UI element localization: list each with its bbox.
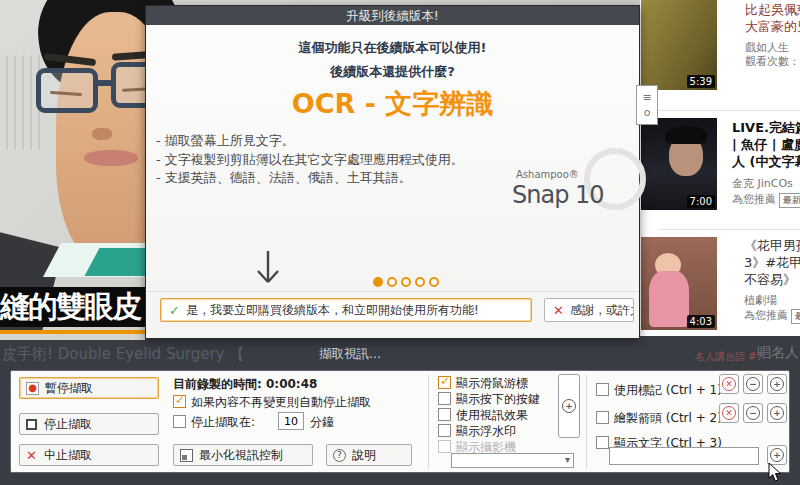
thumbnail-person-dress <box>649 271 689 327</box>
upgrade-dialog: 升級到後續版本! 這個功能只在後續版本可以使用! 後續版本還提供什麼? OCR … <box>145 5 640 338</box>
arrow-label[interactable]: 繪製箭頭 (Ctrl + 2) <box>614 410 722 427</box>
marker-label[interactable]: 使用標記 (Ctrl + 1) <box>614 382 722 399</box>
effects-dropdown[interactable]: ▾ <box>451 453 574 468</box>
dimmed-sidebar-title: 唱名人落台話 <box>757 344 800 362</box>
dot[interactable] <box>387 277 397 287</box>
arrow-checkbox[interactable] <box>596 411 609 424</box>
dimmed-sidebar-text: 名人講台語 #7 <box>695 350 763 364</box>
stopat-checkbox[interactable] <box>173 415 186 428</box>
thumbnail-person-hair <box>665 126 707 144</box>
list-item[interactable]: 5:39 比起吳佩慈的 大富豪的兒媳 戲如人生 觀看次數：232,4 <box>640 0 800 110</box>
dialog-side-tab[interactable]: ≡ o <box>636 85 658 125</box>
minimize-video-button[interactable]: 最小化視訊控制 <box>173 444 313 466</box>
dot[interactable] <box>373 277 383 287</box>
video-channel[interactable]: 戲如人生 <box>745 40 789 55</box>
video-title-line[interactable]: 比起吳佩慈的 <box>745 2 800 18</box>
overlay-text-input[interactable] <box>609 447 759 465</box>
help-label: 說明 <box>352 447 376 464</box>
dialog-title: 升級到後續版本! <box>346 8 439 23</box>
add-effect-button[interactable]: + <box>558 374 580 438</box>
dot[interactable] <box>401 277 411 287</box>
autostop-checkbox[interactable]: ✓ <box>173 395 186 408</box>
video-title-line[interactable]: 人 (中文字幕) <box>732 154 800 170</box>
video-duration: 5:39 <box>687 75 715 88</box>
arrow-remove-button[interactable]: − <box>743 403 763 423</box>
watermark-label[interactable]: 顯示浮水印 <box>456 423 516 440</box>
marker-checkbox[interactable] <box>596 383 609 396</box>
video-title-line[interactable]: 3》#花甲歌 <box>744 255 800 271</box>
video-effects-label[interactable]: 使用視訊效果 <box>456 407 528 424</box>
mouse-cursor <box>768 462 783 483</box>
camera-checkbox <box>438 440 451 453</box>
divider <box>428 375 429 469</box>
feature-title: OCR - 文字辨識 <box>146 86 639 122</box>
recording-time: 目前錄製的時間: 0:00:48 <box>173 376 317 393</box>
minutes-input[interactable] <box>278 412 304 430</box>
video-duration: 7:00 <box>687 195 715 208</box>
video-title-line[interactable]: 不容易》 <box>744 272 796 288</box>
pause-capture-button[interactable]: ● 暫停擷取 <box>19 377 159 399</box>
video-title-line[interactable]: 大富豪的兒媳 <box>745 19 800 35</box>
badge-new: 最新 <box>791 309 800 324</box>
show-keys-checkbox[interactable] <box>438 392 451 405</box>
capture-panel-title: 擷取視訊... <box>0 346 700 363</box>
video-effects-checkbox[interactable] <box>438 408 451 421</box>
video-duration: 4:03 <box>687 315 715 328</box>
video-title-line[interactable]: 《花甲男孩轉 <box>744 238 800 254</box>
person-nose <box>92 128 112 140</box>
text-checkbox[interactable] <box>596 436 609 449</box>
stopat-label[interactable]: 停止擷取在: <box>191 414 255 431</box>
caption-overlay: 縫的雙眼皮 <box>0 287 145 327</box>
glasses-bridge <box>95 80 113 86</box>
help-button[interactable]: ? 說明 <box>326 444 412 466</box>
brand-product: Snap 10 <box>512 181 604 209</box>
carousel-dots[interactable] <box>371 272 441 291</box>
arrow-delete-button[interactable]: ✕ <box>719 403 739 423</box>
video-thumbnail[interactable]: 7:00 <box>641 118 717 210</box>
video-recommended: 為您推薦最新 <box>732 192 800 208</box>
video-title-line[interactable]: LIVE.完結篇後 <box>732 120 800 136</box>
circle-glyph-icon: o <box>644 106 651 119</box>
stop-capture-button[interactable]: 停止擷取 <box>19 413 159 435</box>
video-title-line[interactable]: | 魚仔 | 盧廣仲 <box>732 137 800 153</box>
show-cursor-label[interactable]: 顯示滑鼠游標 <box>456 375 528 392</box>
page-gap <box>0 334 145 340</box>
list-item[interactable]: 7:00 LIVE.完結篇後 | 魚仔 | 盧廣仲 人 (中文字幕) 金克 Ji… <box>640 112 800 228</box>
abort-cross-icon: ✕ <box>26 448 37 463</box>
brand-name: Ashampoo® <box>516 169 579 180</box>
glasses-left-lens <box>36 68 98 113</box>
video-thumbnail[interactable]: 5:39 <box>641 0 717 90</box>
marker-add-button[interactable]: + <box>767 374 787 394</box>
dropdown-arrow-icon: ▾ <box>565 454 570 465</box>
show-cursor-checkbox[interactable]: ✓ <box>438 376 451 389</box>
divider <box>658 229 800 230</box>
cross-icon: ✕ <box>553 303 564 318</box>
plus-circle-icon: + <box>562 399 576 413</box>
video-recommended: 為您推薦最新 <box>744 308 800 324</box>
video-channel[interactable]: 金克 JinCOs <box>732 176 793 191</box>
badge-new: 最新 <box>779 193 800 208</box>
video-channel[interactable]: 植劇場 <box>744 293 777 308</box>
show-keys-label[interactable]: 顯示按下的按鍵 <box>456 391 540 408</box>
dialog-headline: 這個功能只在後續版本可以使用! <box>146 39 639 57</box>
menu-lines-icon: ≡ <box>642 91 651 104</box>
dot[interactable] <box>429 277 439 287</box>
marker-remove-button[interactable]: − <box>743 374 763 394</box>
dialog-titlebar[interactable]: 升級到後續版本! <box>146 6 639 25</box>
minimize-label: 最小化視訊控制 <box>199 447 283 464</box>
abort-capture-button[interactable]: ✕ 中止擷取 <box>19 444 159 466</box>
divider <box>586 375 587 469</box>
feature-bullet: - 文字複製到剪貼簿以在其它文字處理應用程式使用。 <box>156 151 464 169</box>
suggested-videos-sidebar: 5:39 比起吳佩慈的 大富豪的兒媳 戲如人生 觀看次數：232,4 7:00 … <box>640 0 800 343</box>
dot[interactable] <box>415 277 425 287</box>
arrow-add-button[interactable]: + <box>767 403 787 423</box>
list-item[interactable]: 4:03 《花甲男孩轉 3》#花甲歌 不容易》 植劇場 為您推薦最新 <box>640 232 800 334</box>
video-thumbnail[interactable]: 4:03 <box>641 237 717 330</box>
decline-button[interactable]: ✕ 感謝，或許之後 <box>544 298 634 322</box>
watermark-checkbox[interactable] <box>438 424 451 437</box>
person-lips <box>84 150 138 166</box>
buy-button[interactable]: ✓ 是，我要立即購買後續版本，和立即開始使用所有功能! <box>160 298 532 322</box>
capture-panel: ● 暫停擷取 停止擷取 ✕ 中止擷取 目前錄製的時間: 0:00:48 ✓ 如果… <box>10 370 790 473</box>
marker-delete-button[interactable]: ✕ <box>719 374 739 394</box>
autostop-label[interactable]: 如果內容不再變更則自動停止擷取 <box>191 394 371 411</box>
